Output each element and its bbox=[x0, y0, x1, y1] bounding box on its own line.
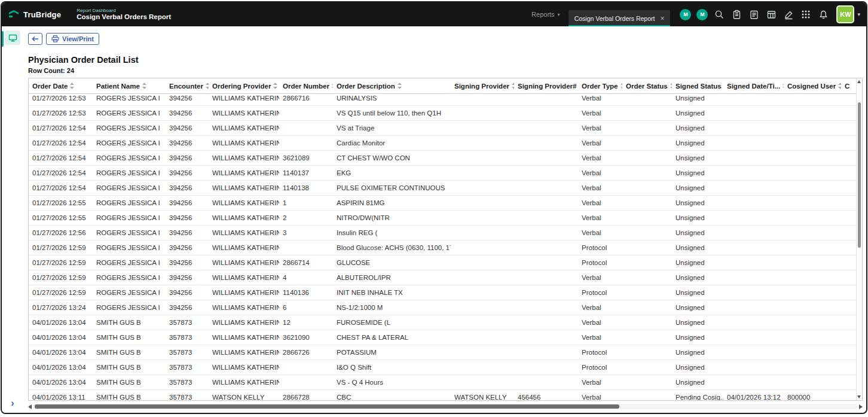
scroll-down-arrow-icon[interactable] bbox=[857, 395, 861, 398]
apps-grid-icon[interactable] bbox=[800, 8, 812, 20]
table-row[interactable]: 01/27/2026 12:59ROGERS JESSICA I394256WI… bbox=[29, 270, 857, 285]
table-row[interactable]: 01/27/2026 12:55ROGERS JESSICA I394256WI… bbox=[29, 211, 857, 226]
form-icon[interactable] bbox=[748, 8, 760, 20]
column-header-signing-provider[interactable]: Signing Provider bbox=[451, 83, 514, 90]
table-cell: Unsigned bbox=[672, 259, 723, 266]
table-row[interactable]: 01/27/2026 12:59ROGERS JESSICA I394256WI… bbox=[29, 285, 857, 300]
table-cell: 2866714 bbox=[279, 259, 333, 266]
avatar-chevron-down-icon[interactable]: ▾ bbox=[857, 11, 860, 17]
signature-icon[interactable] bbox=[783, 8, 794, 20]
column-header-signed-date-ti[interactable]: Signed Date/Ti... bbox=[723, 83, 784, 90]
table-cell: ROGERS JESSICA I bbox=[93, 289, 166, 296]
table-cell: 4 bbox=[279, 274, 333, 281]
table-row[interactable]: 04/01/2026 13:04SMITH GUS B357873WILLIAM… bbox=[29, 360, 857, 375]
vertical-scrollbar[interactable] bbox=[856, 78, 862, 400]
table-cell: Unsigned bbox=[672, 109, 723, 117]
table-row[interactable]: 04/01/2026 13:04SMITH GUS B357873WILLIAM… bbox=[29, 375, 857, 390]
column-header-patient-name[interactable]: Patient Name bbox=[93, 83, 166, 90]
table-row[interactable]: 04/01/2026 13:04SMITH GUS B357873WILLIAM… bbox=[29, 330, 857, 345]
scroll-up-arrow-icon[interactable] bbox=[857, 80, 861, 83]
scroll-right-arrow-icon[interactable] bbox=[859, 404, 863, 409]
table-row[interactable]: 04/01/2026 13:04SMITH GUS B357873WILLIAM… bbox=[29, 345, 857, 360]
table-cell: 01/27/2026 12:59 bbox=[29, 259, 93, 266]
trubridge-logo-icon[interactable] bbox=[8, 8, 20, 20]
tab-cosign-verbal-orders-report[interactable]: Cosign Verbal Orders Report × bbox=[569, 10, 671, 26]
column-header-ordering-provider[interactable]: Ordering Provider bbox=[209, 83, 279, 90]
column-header-c[interactable]: C... bbox=[841, 83, 849, 90]
column-header-order-type[interactable]: Order Type bbox=[578, 83, 622, 90]
column-header-order-status[interactable]: Order Status bbox=[622, 83, 672, 90]
breadcrumb[interactable]: Report Dashboard bbox=[77, 8, 171, 13]
clipboard-icon[interactable] bbox=[731, 8, 742, 20]
column-header-label: Signing Provider# bbox=[518, 83, 576, 90]
table-row[interactable]: 01/27/2026 12:59ROGERS JESSICA I394256WI… bbox=[29, 255, 857, 270]
table-row[interactable]: 01/27/2026 12:54ROGERS JESSICA I394256WI… bbox=[29, 121, 857, 136]
table-cell: Unsigned bbox=[672, 289, 723, 296]
back-button[interactable] bbox=[28, 33, 42, 45]
horizontal-scrollbar-thumb[interactable] bbox=[35, 404, 619, 409]
m-badge-icon-2[interactable]: M bbox=[696, 9, 708, 20]
body-area: › View/Print Physician Order Detail List… bbox=[2, 26, 866, 413]
table-cell: 04/01/2026 13:04 bbox=[29, 334, 93, 341]
vertical-scrollbar-thumb[interactable] bbox=[858, 102, 861, 248]
horizontal-scrollbar-track[interactable] bbox=[33, 404, 857, 409]
table-cell: ROGERS JESSICA I bbox=[93, 139, 166, 147]
table-cell: 04/01/2026 13:12 bbox=[723, 394, 784, 400]
table-cell: 394256 bbox=[166, 154, 209, 162]
table-cell: Unsigned bbox=[672, 319, 723, 326]
close-icon[interactable]: × bbox=[660, 15, 664, 22]
sidebar-expand-icon[interactable]: › bbox=[2, 398, 23, 408]
table-cell: GLUCOSE bbox=[333, 259, 451, 266]
table-row[interactable]: 01/27/2026 12:54ROGERS JESSICA I394256WI… bbox=[29, 181, 857, 196]
column-header-label: Patient Name bbox=[96, 83, 140, 90]
table-cell: Unsigned bbox=[672, 229, 723, 236]
column-header-order-description[interactable]: Order Description bbox=[333, 83, 451, 90]
m-badge-icon-1[interactable]: M bbox=[680, 9, 691, 20]
view-print-button[interactable]: View/Print bbox=[46, 33, 99, 45]
table-row[interactable]: 01/27/2026 12:56ROGERS JESSICA I394256WI… bbox=[29, 226, 857, 241]
table-cell: 6 bbox=[279, 304, 333, 311]
table-cell: 394256 bbox=[166, 199, 209, 206]
avatar[interactable]: KW bbox=[836, 5, 854, 23]
table-cell: 394256 bbox=[166, 169, 209, 176]
horizontal-scrollbar[interactable] bbox=[28, 403, 863, 410]
table-cell: Protocol bbox=[578, 259, 622, 266]
column-header-encounter[interactable]: Encounter bbox=[166, 83, 209, 90]
table-row[interactable]: 04/01/2026 13:11SMITH GUS B357873WATSON … bbox=[29, 390, 857, 400]
column-header-signed-status[interactable]: Signed Status bbox=[672, 83, 723, 90]
table-cell: 394256 bbox=[166, 289, 209, 296]
table-row[interactable]: 01/27/2026 12:54ROGERS JESSICA I394256WI… bbox=[29, 151, 857, 166]
table-cell: Unsigned bbox=[672, 349, 723, 356]
table-cell: 357873 bbox=[166, 349, 209, 356]
table-cell: WILLIAMS KATHERINE bbox=[209, 334, 279, 341]
column-header-signing-provider[interactable]: Signing Provider# bbox=[514, 83, 578, 90]
table-cell: Verbal bbox=[578, 169, 622, 176]
table-row[interactable]: 01/27/2026 12:54ROGERS JESSICA I394256WI… bbox=[29, 166, 857, 181]
table-row[interactable]: 01/27/2026 12:55ROGERS JESSICA I394256WI… bbox=[29, 196, 857, 211]
table-cell: WATSON KELLY bbox=[451, 394, 514, 400]
scroll-left-arrow-icon[interactable] bbox=[28, 404, 32, 409]
column-header-cosigned-user[interactable]: Cosigned User bbox=[784, 83, 841, 90]
table-cell: Unsigned bbox=[672, 364, 723, 371]
table-row[interactable]: 01/27/2026 12:53ROGERS JESSICA I394256WI… bbox=[29, 94, 857, 106]
table-cell: 357873 bbox=[166, 364, 209, 371]
table-cell: Unsigned bbox=[672, 95, 723, 102]
column-header-order-date[interactable]: Order Date bbox=[29, 83, 93, 90]
sort-icon bbox=[142, 83, 146, 89]
table-row[interactable]: 04/01/2026 13:04SMITH GUS B357873WILLIAM… bbox=[29, 315, 857, 330]
sidebar-item-report[interactable] bbox=[5, 31, 20, 45]
table-cell: 01/27/2026 12:53 bbox=[29, 109, 93, 117]
table-cell: Verbal bbox=[578, 154, 622, 162]
table-icon[interactable] bbox=[765, 8, 777, 20]
column-header-order-number[interactable]: Order Number bbox=[279, 83, 333, 90]
table-cell: SMITH GUS B bbox=[93, 334, 166, 341]
table-row[interactable]: 01/27/2026 13:24ROGERS JESSICA I394256WI… bbox=[29, 300, 857, 315]
table-row[interactable]: 01/27/2026 12:59ROGERS JESSICA I394256WI… bbox=[29, 241, 857, 255]
table-row[interactable]: 01/27/2026 12:53ROGERS JESSICA I394256WI… bbox=[29, 106, 857, 121]
search-icon[interactable] bbox=[713, 8, 725, 20]
reports-menu[interactable]: Reports ▾ bbox=[531, 11, 560, 18]
table-row[interactable]: 01/27/2026 12:54ROGERS JESSICA I394256WI… bbox=[29, 136, 857, 151]
table-cell: WILLIAMS KATHERINE bbox=[209, 154, 279, 162]
table-cell: ROGERS JESSICA I bbox=[93, 259, 166, 266]
notifications-bell-icon[interactable] bbox=[817, 8, 829, 20]
